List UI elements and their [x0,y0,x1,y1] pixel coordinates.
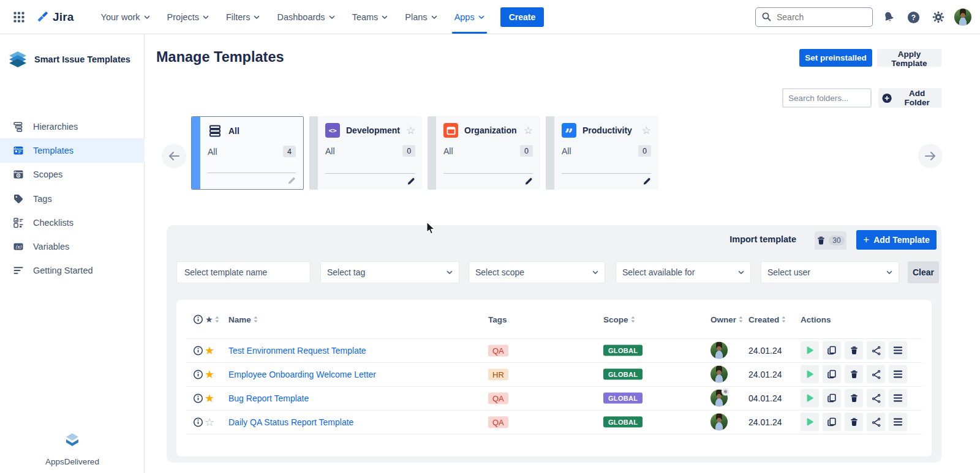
recycle-bin-count-badge: 30 [829,236,844,245]
sidebar-item-variables[interactable]: (x) Variables [0,234,145,258]
search-input[interactable] [775,12,864,23]
main-nav-menu: Your work Projects Filters Dashboards Te… [92,0,493,34]
more-actions-button[interactable] [889,341,907,360]
user-avatar[interactable] [954,9,971,26]
create-button[interactable]: Create [500,7,545,27]
favorite-star-icon[interactable]: ☆ [205,410,214,434]
filter-select-user[interactable]: Select user [761,261,899,283]
sidebar-item-tags[interactable]: Tags [0,187,145,210]
nav-item-apps[interactable]: Apps [446,0,493,34]
folder-card-productivity[interactable]: ” Productivity ☆ All 0 [546,116,658,190]
tag-badge: QA [488,338,508,362]
copy-template-button[interactable] [823,341,841,360]
clear-filters-button[interactable]: Clear [908,261,939,283]
filter-select-scope[interactable]: Select scope [469,261,605,283]
more-actions-button[interactable] [889,365,907,384]
nav-item-projects[interactable]: Projects [159,0,217,34]
delete-template-button[interactable] [845,413,863,431]
set-preinstalled-button[interactable]: Set preinstalled [799,49,872,67]
template-name-link[interactable]: Test Environment Request Template [228,338,366,362]
template-info-icon[interactable] [193,362,203,386]
more-actions-button[interactable] [889,389,907,408]
svg-text:(x): (x) [15,244,22,250]
sidebar-item-templates[interactable]: Templates [0,138,145,162]
help-icon[interactable]: ? [905,9,922,26]
template-info-icon[interactable] [193,386,203,410]
folder-subfolder-label: All [562,146,638,156]
folder-card-development[interactable]: <> Development ☆ All 0 [309,116,422,190]
edit-folder-pencil-icon[interactable] [524,177,533,185]
jira-logo[interactable]: Jira [37,10,74,24]
notification-bell-icon[interactable] [880,9,897,26]
more-icon [893,418,903,426]
nav-item-your-work[interactable]: Your work [92,0,159,34]
delete-template-button[interactable] [845,389,863,408]
nav-item-label: Your work [101,12,140,22]
copy-template-button[interactable] [823,365,841,384]
folder-card-accent [309,116,318,190]
edit-folder-pencil-icon[interactable] [643,177,651,185]
search-icon [761,12,772,22]
template-name-link[interactable]: Bug Report Template [228,386,309,410]
nav-item-plans[interactable]: Plans [396,0,445,34]
template-info-icon[interactable] [193,410,203,434]
import-template-button[interactable]: Import template [729,234,796,244]
folder-count-badge: 0 [520,145,533,157]
column-header-scope[interactable]: Scope [603,300,635,338]
nav-item-filters[interactable]: Filters [217,0,268,34]
favorite-star-icon[interactable]: ☆ [406,125,415,136]
share-template-button[interactable] [867,341,885,360]
settings-gear-icon[interactable] [930,9,947,26]
run-template-button[interactable] [801,365,819,384]
template-name-link[interactable]: Daily QA Status Report Template [228,410,353,434]
edit-folder-pencil-icon[interactable] [287,176,296,185]
favorite-star-icon[interactable]: ☆ [642,125,651,136]
smart-issue-templates-logo-icon [7,50,28,69]
favorite-column-sort[interactable]: ★ [205,300,219,338]
more-actions-button[interactable] [889,413,907,431]
folder-card-all[interactable]: All All 4 [191,116,304,190]
share-template-button[interactable] [867,365,885,384]
add-template-button[interactable]: + Add Template [856,230,937,250]
app-switcher-icon[interactable] [11,9,27,25]
favorite-star-icon[interactable]: ☆ [524,125,533,136]
template-info-icon[interactable] [193,338,203,362]
column-header-owner[interactable]: Owner [710,300,743,338]
apply-template-button[interactable]: Apply Template [877,49,941,67]
nav-item-dashboards[interactable]: Dashboards [268,0,343,34]
edit-folder-pencil-icon[interactable] [407,177,415,185]
delete-template-button[interactable] [845,365,863,384]
copy-template-button[interactable] [823,413,841,431]
run-template-button[interactable] [801,341,819,360]
folder-card-organization[interactable]: Organization ☆ All 0 [428,116,540,190]
copy-template-button[interactable] [823,389,841,408]
carousel-right-arrow[interactable] [918,144,943,168]
favorite-star-icon[interactable]: ★ [205,362,214,386]
folder-search-input[interactable] [782,88,872,108]
appsdelivered-brand: AppsDelivered [0,457,145,466]
favorite-star-icon[interactable]: ★ [205,338,214,362]
plus-icon: + [863,234,869,245]
favorite-star-icon[interactable]: ★ [205,386,214,410]
sidebar-item-checklists[interactable]: Checklists [0,210,145,234]
share-template-button[interactable] [867,389,885,408]
sidebar-item-hierarchies[interactable]: Hierarchies [0,114,145,138]
nav-item-teams[interactable]: Teams [344,0,397,34]
filter-select-tag[interactable]: Select tag [320,261,459,283]
filter-select-template-name[interactable] [176,261,311,283]
column-header-name[interactable]: Name [228,300,258,338]
filter-select-available-for[interactable]: Select available for [616,261,751,283]
run-template-button[interactable] [801,413,819,431]
column-header-created[interactable]: Created [748,300,786,338]
share-template-button[interactable] [867,413,885,431]
global-search[interactable] [755,7,873,27]
delete-template-button[interactable] [845,341,863,360]
recycle-bin-button[interactable]: 30 [815,231,846,250]
add-folder-button[interactable]: Add Folder [878,88,941,108]
nav-item-label: Dashboards [277,12,325,22]
sidebar-item-scopes[interactable]: Scopes [0,163,145,187]
carousel-left-arrow[interactable] [162,144,186,168]
template-name-link[interactable]: Employee Onboarding Welcome Letter [228,362,376,386]
run-template-button[interactable] [801,389,819,408]
sidebar-item-getting-started[interactable]: Getting Started [0,259,145,283]
